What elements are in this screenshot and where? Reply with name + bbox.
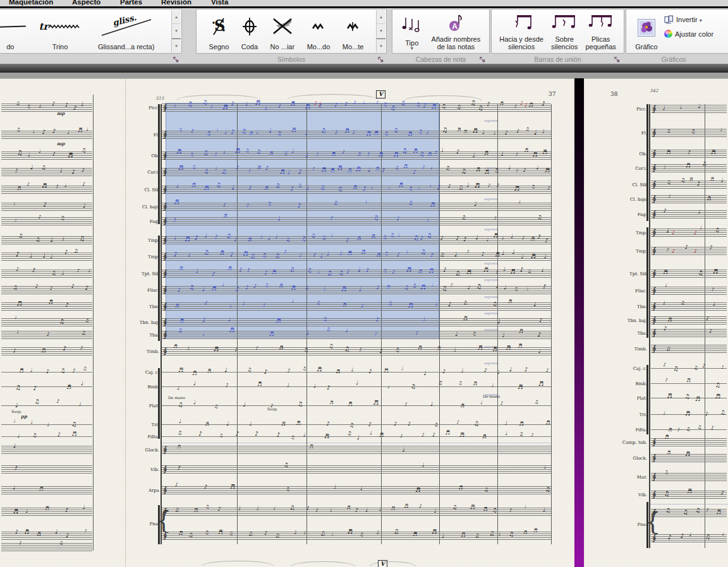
note[interactable]: ♪ — [15, 465, 18, 470]
selected-note[interactable]: ♪ — [264, 270, 267, 276]
selected-note[interactable]: ♪ — [346, 237, 349, 243]
note[interactable]: ♪ — [515, 152, 518, 157]
note[interactable]: ♬ — [415, 487, 421, 493]
selected-note[interactable]: ♬ — [222, 104, 228, 110]
selected-note[interactable]: ♩ — [367, 167, 370, 172]
selected-note[interactable]: ♬ — [185, 236, 190, 242]
selected-note[interactable]: ♫ — [339, 270, 344, 276]
note[interactable]: ♫ — [698, 270, 703, 275]
note[interactable]: ♫ — [457, 104, 461, 109]
note[interactable]: ♬ — [461, 532, 466, 538]
note[interactable]: ♪ — [359, 347, 362, 352]
selected-note[interactable]: ♬ — [321, 167, 326, 173]
note[interactable]: ♫ — [205, 530, 209, 535]
selected-note[interactable]: ♫ — [318, 104, 322, 108]
selected-note[interactable]: ♪ — [211, 271, 215, 277]
selected-note[interactable]: ♩ — [359, 287, 361, 292]
note[interactable]: ♪ — [545, 237, 549, 243]
selected-note[interactable]: ♬ — [247, 237, 252, 242]
note[interactable]: ♬ — [665, 150, 670, 155]
note[interactable]: ♬ — [514, 186, 519, 192]
selected-note[interactable]: ♪ — [397, 252, 400, 257]
selected-note[interactable]: ♬ — [431, 104, 436, 110]
note[interactable]: ♬ — [37, 532, 41, 537]
selected-note[interactable]: ♬ — [331, 152, 336, 157]
note[interactable]: ♩ — [543, 465, 545, 469]
selected-note[interactable]: ♬ — [203, 185, 209, 191]
selected-note[interactable]: ♪ — [230, 252, 234, 258]
note[interactable]: ♫ — [494, 168, 499, 174]
note[interactable]: ♬ — [707, 196, 711, 201]
button-anadir-nombres[interactable]: A Añadir nombres de las notas — [432, 9, 481, 53]
note[interactable]: ♬ — [213, 346, 219, 352]
note[interactable]: ♪ — [463, 237, 467, 242]
selected-note[interactable]: ♩ — [202, 332, 204, 337]
selected-note[interactable]: ♩ — [188, 252, 190, 257]
rehearsal-mark[interactable]: V — [376, 90, 385, 98]
note[interactable]: ♫ — [35, 237, 40, 242]
selected-note[interactable]: ♪ — [397, 216, 400, 221]
note[interactable]: ♫ — [303, 347, 308, 353]
note[interactable]: ♪ — [52, 152, 56, 157]
dialog-launcher-icon[interactable] — [173, 56, 179, 63]
note[interactable]: ♩ — [39, 104, 41, 109]
note[interactable]: ♬ — [716, 510, 721, 515]
selected-note[interactable]: ♫ — [275, 253, 280, 258]
selected-note[interactable]: ♩ — [306, 185, 309, 191]
selected-note[interactable]: ♫ — [267, 201, 272, 206]
note[interactable]: ♬ — [177, 445, 181, 449]
note[interactable]: ♪ — [706, 316, 709, 321]
selected-note[interactable]: ♬ — [375, 167, 380, 172]
note[interactable]: ♬ — [495, 252, 500, 258]
selected-note[interactable]: ♪ — [298, 169, 302, 175]
note[interactable]: ♪ — [50, 286, 53, 290]
note[interactable]: ♪ — [482, 251, 485, 256]
note[interactable]: ♩ — [543, 507, 545, 512]
selected-note[interactable]: ♪ — [223, 203, 226, 208]
note[interactable]: ♫ — [320, 530, 325, 536]
note[interactable]: ♪ — [509, 508, 512, 513]
selected-note[interactable]: ♩ — [210, 104, 212, 109]
selected-note[interactable]: ♩ — [435, 302, 438, 307]
note[interactable]: ♫ — [509, 531, 514, 537]
selected-note[interactable]: ♬ — [280, 169, 285, 175]
selected-note[interactable]: ♫ — [320, 185, 325, 191]
note[interactable]: ♫ — [705, 534, 710, 539]
note[interactable]: ♫ — [13, 285, 18, 290]
note[interactable]: ♩ — [698, 209, 701, 214]
note[interactable]: ♬ — [510, 269, 515, 275]
note[interactable]: ♫ — [461, 168, 466, 174]
selected-note[interactable]: ♩ — [268, 236, 270, 241]
dialog-launcher-icon[interactable] — [377, 56, 384, 63]
note[interactable]: ♩ — [454, 347, 456, 353]
selected-note[interactable]: ♬ — [408, 131, 412, 136]
note[interactable]: ♪ — [379, 348, 383, 354]
note[interactable]: ♬ — [193, 508, 198, 513]
note[interactable]: ♩ — [50, 254, 52, 259]
selected-note[interactable]: ♬ — [379, 152, 384, 158]
note[interactable]: ♩ — [499, 532, 500, 536]
selected-note[interactable]: ♪ — [202, 317, 206, 323]
note[interactable]: ♬ — [39, 486, 43, 491]
note[interactable]: ♫ — [82, 330, 87, 336]
note[interactable]: ♩ — [534, 129, 537, 136]
note[interactable]: ♪ — [315, 508, 318, 513]
note[interactable]: ♫ — [514, 287, 518, 291]
selected-note[interactable]: ♩ — [306, 330, 309, 336]
selected-note[interactable]: ♪ — [335, 130, 338, 135]
button-ajustar-color[interactable]: Ajustar color — [664, 30, 713, 38]
selected-note[interactable]: ♬ — [269, 331, 274, 337]
note[interactable]: ♩ — [680, 105, 682, 109]
selected-note[interactable]: ♫ — [413, 235, 419, 241]
note[interactable]: ♩ — [331, 532, 333, 537]
button-grafico[interactable]: Gráfico — [631, 12, 662, 53]
selected-note[interactable]: ♫ — [390, 105, 396, 111]
selected-note[interactable]: ♪ — [173, 251, 177, 258]
note[interactable]: ♩ — [330, 508, 332, 512]
selected-note[interactable]: ♩ — [320, 253, 322, 258]
note[interactable]: ♪ — [15, 168, 18, 173]
note[interactable]: ♫ — [492, 508, 497, 513]
note[interactable]: ♪ — [178, 465, 181, 471]
note[interactable]: ♪ — [65, 102, 69, 108]
selected-note[interactable]: ♪ — [313, 253, 317, 258]
